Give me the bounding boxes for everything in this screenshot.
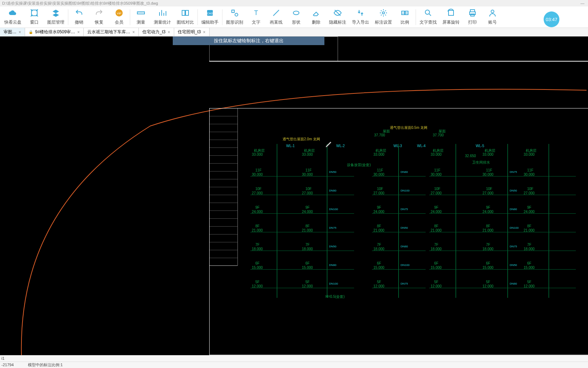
window-minimize[interactable]: — <box>580 0 584 6</box>
layer-button[interactable]: 图层管理 <box>44 7 67 27</box>
floor-name: 10F <box>527 187 533 191</box>
annot-settings-button[interactable]: 标注设置 <box>372 7 395 27</box>
eraser-icon <box>312 9 320 18</box>
doc-tab[interactable]: 住宅照明_t3× <box>174 28 210 36</box>
floor-elev: 21.000 <box>482 228 494 232</box>
shape-rec-button[interactable]: 图形识别 <box>223 7 246 27</box>
floor-elev: 27.000 <box>302 191 313 195</box>
doc-tab-label: 审图… <box>4 29 16 35</box>
floor-elev: 24.000 <box>482 210 494 214</box>
toolbar-label: 恢复 <box>95 19 103 25</box>
hide-annot-button[interactable]: 隐藏标注 <box>326 7 349 27</box>
quick-cloud-button[interactable]: 快看云盘 <box>1 7 24 27</box>
print-button[interactable]: 打印 <box>462 7 482 27</box>
close-icon[interactable]: × <box>168 30 170 35</box>
drawing-canvas[interactable]: 通气管出屋面2.0m 龙网 通气管出屋面0.5m 龙网 屋面 37.700 屋面… <box>0 37 588 355</box>
status-coord: -21794 <box>1 363 14 367</box>
close-icon[interactable]: × <box>132 30 135 35</box>
floor-name: 6F <box>434 261 438 265</box>
delete-button[interactable]: 删除 <box>306 7 326 27</box>
floor-name: 6F <box>377 261 381 265</box>
riser-vertical-line <box>456 144 456 298</box>
document-tab-bar: 审图…×🔒9#楼给排水0509审…×云水谣三期地下车库…×住宅动力_t3×住宅照… <box>0 28 588 37</box>
helper-button[interactable]: CAD编辑助手 <box>199 7 221 27</box>
svg-rect-4 <box>182 10 185 15</box>
doc-tab-label: 住宅照明_t3 <box>178 29 201 35</box>
text-icon: T <box>252 9 260 18</box>
pipe-size-label: DN80 <box>401 170 408 174</box>
floor-name: 11F <box>434 168 440 172</box>
floor-name: 5F <box>255 280 260 284</box>
floor-name: 11F <box>255 168 261 172</box>
floor-elev: 27.000 <box>524 191 535 195</box>
floor-elev: 21.000 <box>373 228 384 232</box>
toolbar-label: 图纸对比 <box>177 19 194 25</box>
pipe-size-label: DN80 <box>329 263 336 267</box>
redo-button[interactable]: 恢复 <box>89 7 109 27</box>
floor-elev: 30.000 <box>431 173 442 176</box>
floor-name: 6F <box>527 261 531 265</box>
ruler-icon <box>137 9 145 18</box>
machine-floor-elev: 33.000 <box>252 152 263 156</box>
pipe-size-label: DN75 <box>510 170 517 174</box>
floor-name: 10F <box>377 187 383 191</box>
floor-elev: 12.000 <box>524 284 535 288</box>
import-export-button[interactable]: 导入导出 <box>349 7 372 27</box>
floor-elev: 27.000 <box>252 191 263 195</box>
close-icon[interactable]: × <box>203 30 205 35</box>
line-icon <box>272 9 280 18</box>
user-icon <box>488 9 497 18</box>
doc-tab[interactable]: 云水谣三期地下车库…× <box>84 28 139 36</box>
shapes-button[interactable]: 形状 <box>286 7 306 27</box>
floor-elev: 15.000 <box>431 266 442 270</box>
svg-text:CAD: CAD <box>207 12 213 15</box>
floor-elev: 30.000 <box>373 173 384 176</box>
floor-name: 8F <box>486 224 490 228</box>
floor-elev: 24.000 <box>252 210 263 214</box>
floor-elev: 12.000 <box>431 284 442 288</box>
screen-rotate-button[interactable]: 屏幕旋转 <box>440 7 462 27</box>
text-search-button[interactable]: 文字查找 <box>417 7 440 27</box>
pipe-size-label: DN80 <box>510 282 517 285</box>
doc-tab[interactable]: 🔒9#楼给排水0509审…× <box>25 28 84 36</box>
floor-elev: 18.000 <box>431 247 442 251</box>
vip-button[interactable]: VIP会员 <box>109 7 129 27</box>
floor-elev: 12.000 <box>252 284 263 288</box>
floor-elev: 15.000 <box>482 266 494 270</box>
svg-rect-3 <box>137 12 144 14</box>
doc-tab[interactable]: 审图…× <box>0 28 25 36</box>
window-button[interactable]: 窗口 <box>24 7 44 27</box>
side-label: 卫生间排水 <box>472 160 490 165</box>
toolbar-label: 测量统计 <box>154 19 171 25</box>
pipe-size-label: DN75 <box>329 226 336 229</box>
floor-name: 9F <box>255 205 260 209</box>
wl-3: WL-3 <box>393 144 402 148</box>
close-icon[interactable]: × <box>19 30 21 35</box>
cloud-icon <box>9 9 17 18</box>
account-button[interactable]: 账号 <box>482 7 503 27</box>
line-button[interactable]: 画直线 <box>266 7 286 27</box>
ratio-button[interactable]: AB比例 <box>395 7 415 27</box>
pencil-cursor-icon <box>325 140 333 148</box>
svg-point-17 <box>425 10 430 14</box>
floor-name: 6F <box>305 261 310 265</box>
bars-icon <box>158 9 167 18</box>
floor-elev: 15.000 <box>373 266 384 270</box>
floor-elev: 30.000 <box>252 173 263 176</box>
floor-name: 7F <box>486 243 490 247</box>
doc-tab[interactable]: 住宅动力_t3× <box>139 28 174 36</box>
undo-button[interactable]: 撤销 <box>69 7 89 27</box>
floor-name: 7F <box>377 243 381 247</box>
pipe-size-label: DN50 <box>329 245 336 248</box>
measure-button[interactable]: 测量 <box>131 7 151 27</box>
search-icon <box>424 9 432 18</box>
shape-icon <box>292 9 300 18</box>
floor-name: 9F <box>305 205 310 209</box>
close-icon[interactable]: × <box>77 30 80 35</box>
measure-stats-button[interactable]: 测量统计 <box>151 7 174 27</box>
window-title-bar: D:\造价实操课\安装造价实操\安装实操图纸\9#图纸\给排水\9#楼给排水05… <box>0 0 588 6</box>
redo-icon <box>95 9 103 18</box>
floor-name: 7F <box>527 243 531 247</box>
compare-button[interactable]: 图纸对比 <box>174 7 197 27</box>
text-button[interactable]: T文字 <box>246 7 266 27</box>
